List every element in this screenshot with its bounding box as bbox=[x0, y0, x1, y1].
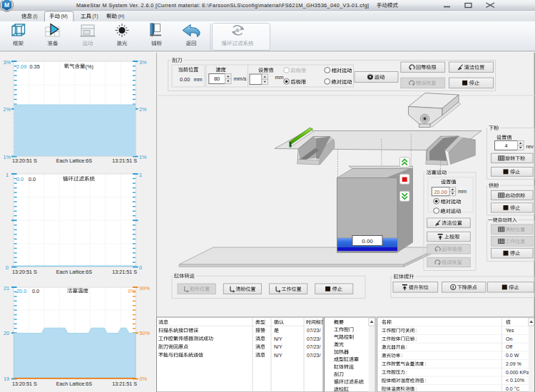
svg-text::: : bbox=[424, 361, 426, 366]
svg-text:20.00: 20.00 bbox=[434, 189, 447, 195]
svg-text:2%: 2% bbox=[3, 106, 11, 113]
svg-text:1: 1 bbox=[6, 172, 9, 178]
svg-text:19: 19 bbox=[4, 376, 9, 382]
svg-text:2.09 %: 2.09 % bbox=[506, 361, 521, 366]
svg-text::: : bbox=[415, 328, 417, 333]
svg-text:N/Y: N/Y bbox=[274, 336, 282, 341]
svg-text:07/23/: 07/23/ bbox=[307, 336, 321, 341]
svg-text:mm/s: mm/s bbox=[234, 76, 247, 82]
svg-text:0.00: 0.00 bbox=[362, 238, 373, 244]
svg-text:13:20:51 S: 13:20:51 S bbox=[12, 269, 37, 275]
svg-text::: : bbox=[424, 378, 426, 383]
svg-text:MakeStar M System Ver. 2.6.0: MakeStar M System Ver. 2.6.0 [Current ma… bbox=[76, 2, 369, 9]
svg-text:mm: mm bbox=[275, 74, 284, 81]
svg-text:0.0 °C: 0.0 °C bbox=[506, 386, 520, 391]
svg-text:0.0: 0.0 bbox=[29, 176, 36, 182]
svg-text:3%: 3% bbox=[3, 59, 11, 66]
svg-text:50%: 50% bbox=[140, 330, 151, 336]
svg-text:21: 21 bbox=[4, 285, 9, 292]
svg-text:2%: 2% bbox=[139, 106, 147, 113]
svg-text:80: 80 bbox=[214, 76, 220, 82]
svg-text:1%: 1% bbox=[3, 154, 11, 160]
svg-text:mm: mm bbox=[194, 76, 203, 83]
svg-text::: : bbox=[415, 386, 417, 391]
svg-text:N/Y: N/Y bbox=[274, 344, 282, 349]
svg-text:Each Lattice:6S: Each Lattice:6S bbox=[56, 269, 93, 275]
svg-text:20.0: 20.0 bbox=[16, 288, 26, 294]
svg-text:0.0 W: 0.0 W bbox=[506, 353, 519, 358]
svg-text:0.0: 0.0 bbox=[16, 176, 24, 182]
svg-text:13:21:51 S: 13:21:51 S bbox=[112, 381, 137, 387]
svg-text:0%: 0% bbox=[128, 288, 136, 294]
svg-text:0.00: 0.00 bbox=[180, 76, 190, 83]
svg-text::: : bbox=[401, 353, 402, 358]
svg-text:(T): (T) bbox=[93, 14, 98, 19]
svg-text:(H): (H) bbox=[118, 14, 125, 19]
svg-text:13:21:51 S: 13:21:51 S bbox=[112, 269, 137, 275]
svg-text:Off: Off bbox=[506, 344, 512, 349]
svg-text:0: 0 bbox=[139, 264, 142, 271]
svg-text:13:20:51 S: 13:20:51 S bbox=[12, 381, 37, 387]
svg-text:0.000 KPa: 0.000 KPa bbox=[506, 370, 529, 375]
svg-text:0%: 0% bbox=[140, 376, 148, 382]
svg-text:mm: mm bbox=[458, 188, 467, 195]
svg-text:rev: rev bbox=[526, 143, 534, 150]
svg-text:13:21:51 S: 13:21:51 S bbox=[112, 158, 137, 164]
svg-text:Yes: Yes bbox=[506, 328, 514, 333]
svg-text:(%): (%) bbox=[86, 63, 93, 70]
svg-text:07/23/: 07/23/ bbox=[307, 353, 321, 358]
svg-text:13:20:51 S: 13:20:51 S bbox=[12, 158, 37, 164]
svg-text:(I): (I) bbox=[34, 14, 38, 19]
svg-text::: : bbox=[415, 336, 417, 341]
svg-text:2.09: 2.09 bbox=[16, 63, 26, 70]
svg-text:07/23/: 07/23/ bbox=[307, 328, 321, 333]
svg-text:3%: 3% bbox=[139, 59, 147, 66]
svg-text:< 0.10%: < 0.10% bbox=[506, 378, 524, 383]
svg-text::: : bbox=[406, 344, 407, 349]
svg-text::: : bbox=[406, 370, 407, 375]
svg-text:On: On bbox=[506, 336, 512, 341]
svg-text:20: 20 bbox=[4, 330, 9, 336]
svg-text:0.35: 0.35 bbox=[30, 63, 40, 70]
svg-text:99%: 99% bbox=[140, 285, 151, 292]
svg-text:1: 1 bbox=[139, 172, 142, 178]
svg-text:0.0: 0.0 bbox=[32, 288, 39, 294]
svg-text:07/23/: 07/23/ bbox=[307, 344, 321, 349]
svg-text:N/Y: N/Y bbox=[274, 353, 282, 358]
svg-text:Each Lattice:6S: Each Lattice:6S bbox=[56, 158, 93, 164]
svg-text:Each Lattice:6S: Each Lattice:6S bbox=[56, 381, 93, 387]
svg-text:4: 4 bbox=[504, 143, 507, 149]
svg-text:0: 0 bbox=[6, 264, 9, 271]
svg-text:1%: 1% bbox=[139, 154, 147, 160]
svg-text:(M): (M) bbox=[61, 14, 68, 19]
svg-text:M: M bbox=[4, 1, 9, 9]
